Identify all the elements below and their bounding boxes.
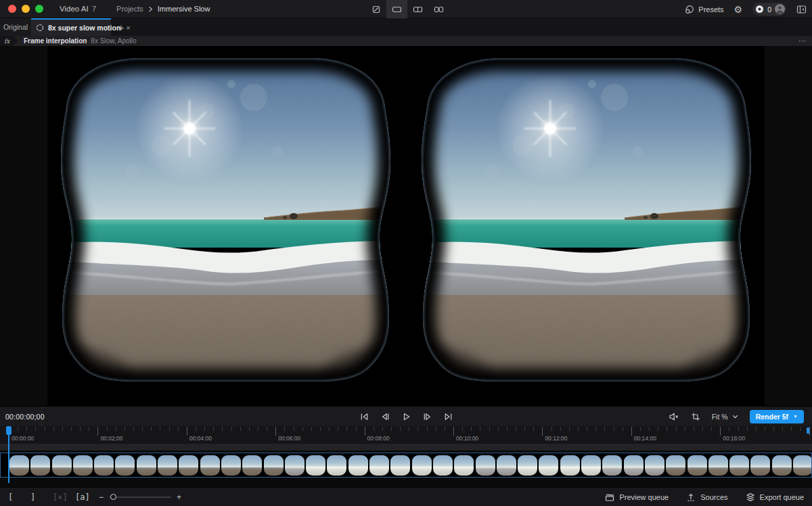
timeline-ruler[interactable]: 00:00:0000:02:0000:04:0000:06:0000:08:00… — [0, 426, 812, 444]
tab-active[interactable]: 8x super slow motion × — [31, 18, 111, 36]
render-button-label: Render 5f — [756, 413, 788, 421]
zoom-window-button[interactable] — [35, 5, 43, 13]
filmstrip-thumbnail[interactable] — [221, 455, 241, 476]
filmstrip-thumbnail[interactable] — [666, 455, 685, 476]
go-to-start-button[interactable] — [357, 409, 371, 423]
filmstrip-thumbnail[interactable] — [369, 455, 389, 476]
go-to-end-button[interactable] — [441, 409, 455, 423]
transport-controls — [357, 409, 455, 423]
filmstrip-thumbnail[interactable] — [729, 455, 749, 476]
left-eye-view — [47, 55, 436, 406]
clear-in-out-button[interactable]: [×] — [53, 492, 75, 502]
previous-frame-button[interactable] — [378, 409, 392, 423]
side-by-side-view-button[interactable] — [428, 0, 449, 18]
filmstrip-thumbnail[interactable] — [9, 455, 29, 476]
filmstrip-thumbnail[interactable] — [772, 455, 792, 476]
render-dropdown-icon[interactable]: ▼ — [793, 414, 798, 419]
filmstrip-thumbnail[interactable] — [264, 455, 284, 476]
account-pill[interactable]: 0 — [752, 3, 786, 16]
clip-filmstrip[interactable] — [0, 453, 812, 478]
filmstrip-thumbnail[interactable] — [518, 455, 537, 476]
filmstrip-thumbnail[interactable] — [454, 455, 474, 476]
filmstrip-thumbnail[interactable] — [412, 455, 432, 476]
filmstrip-thumbnail[interactable] — [602, 455, 622, 476]
filmstrip-thumbnail[interactable] — [624, 455, 644, 476]
zoom-in-icon[interactable]: + — [177, 492, 181, 502]
filter-bar: fx Frame interpolation 8x Slow, Apollo ⋯ — [0, 36, 812, 46]
toggle-right-panel-button[interactable] — [796, 5, 807, 14]
fullscreen-view-button[interactable] — [365, 0, 386, 18]
timecode-display[interactable]: 00:00:00;00 — [0, 407, 42, 426]
filmstrip-thumbnail[interactable] — [179, 455, 198, 476]
credits-count: 0 — [767, 5, 771, 14]
next-frame-button[interactable] — [420, 409, 434, 423]
set-in-point-button[interactable]: [ — [8, 492, 30, 502]
split-view-button[interactable] — [407, 0, 428, 18]
minimize-window-button[interactable] — [22, 5, 30, 13]
filmstrip-thumbnail[interactable] — [497, 455, 516, 476]
filter-menu-icon[interactable]: ⋯ — [798, 37, 807, 45]
panel-right-icon — [796, 5, 807, 14]
filmstrip-area — [0, 444, 812, 487]
filmstrip-thumbnail[interactable] — [348, 455, 368, 476]
render-button[interactable]: Render 5f ▼ — [750, 410, 804, 423]
filmstrip-thumbnail[interactable] — [390, 455, 410, 476]
filmstrip-thumbnail[interactable] — [52, 455, 72, 476]
filmstrip-thumbnail[interactable] — [158, 455, 177, 476]
filmstrip-thumbnail[interactable] — [793, 455, 812, 476]
filmstrip-thumbnail[interactable] — [137, 455, 156, 476]
breadcrumb: Projects Immersive Slow — [116, 5, 210, 13]
close-window-button[interactable] — [8, 5, 16, 13]
settings-button[interactable]: ⚙ — [734, 3, 743, 16]
filmstrip-thumbnail[interactable] — [560, 455, 580, 476]
filmstrip-thumbnail[interactable] — [200, 455, 220, 476]
mute-audio-button[interactable] — [669, 412, 679, 421]
filmstrip-thumbnail[interactable] — [73, 455, 93, 476]
filmstrip-thumbnail[interactable] — [750, 455, 770, 476]
filmstrip-thumbnail[interactable] — [433, 455, 453, 476]
filmstrip-thumbnail[interactable] — [242, 455, 262, 476]
breadcrumb-projects[interactable]: Projects — [116, 5, 143, 13]
crop-button[interactable] — [691, 412, 700, 421]
playhead[interactable] — [0, 426, 12, 487]
filmstrip-thumbnail[interactable] — [94, 455, 114, 476]
chevron-right-icon — [148, 6, 153, 12]
sources-button[interactable]: Sources — [686, 492, 727, 502]
filmstrip-thumbnail[interactable] — [539, 455, 558, 476]
filter-name[interactable]: Frame interpolation — [24, 37, 87, 45]
filmstrip-thumbnail[interactable] — [645, 455, 664, 476]
filmstrip-thumbnail[interactable] — [581, 455, 601, 476]
preview-queue-label: Preview queue — [619, 493, 669, 501]
set-out-point-button[interactable]: ] — [30, 492, 53, 502]
timeline-zoom-slider[interactable] — [109, 497, 171, 498]
preview-queue-button[interactable]: Preview queue — [605, 492, 669, 502]
playback-control-bar: 00:00:00;00 — [0, 406, 812, 426]
fit-selection-button[interactable]: [a] — [75, 492, 97, 502]
filmstrip-thumbnail[interactable] — [476, 455, 495, 476]
presets-button[interactable]: Presets — [685, 5, 723, 14]
filmstrip-thumbnail[interactable] — [708, 455, 728, 476]
zoom-level-dropdown[interactable]: Fit % — [712, 413, 738, 421]
title-bar: Video AI 7 Projects Immersive Slow — [0, 0, 812, 18]
filmstrip-thumbnail[interactable] — [306, 455, 325, 476]
filmstrip-thumbnail[interactable] — [327, 455, 346, 476]
export-queue-button[interactable]: Export queue — [746, 492, 804, 502]
playhead-stem — [8, 433, 9, 483]
avatar[interactable] — [775, 4, 785, 14]
filmstrip-thumbnail[interactable] — [687, 455, 707, 476]
fx-icon: fx — [4, 38, 9, 45]
tab-original[interactable]: Original — [0, 18, 31, 36]
timeline-zoom-knob[interactable] — [110, 494, 116, 500]
filmstrip-thumbnail[interactable] — [30, 455, 50, 476]
filmstrip-thumbnail[interactable] — [285, 455, 304, 476]
breadcrumb-current-project: Immersive Slow — [158, 5, 210, 13]
filmstrip-thumbnail[interactable] — [115, 455, 135, 476]
tab-active-label: 8x super slow motion — [48, 24, 120, 32]
new-tab-button[interactable]: + — [111, 18, 131, 36]
zoom-out-icon[interactable]: − — [99, 492, 104, 502]
side-by-side-icon — [434, 5, 444, 14]
single-view-button[interactable] — [386, 0, 407, 18]
bottom-toolbar: [ ] [×] [a] − + Preview queue Sources — [0, 487, 812, 506]
titlebar-right-cluster: Presets ⚙ 0 — [685, 0, 807, 18]
play-button[interactable] — [399, 409, 413, 423]
